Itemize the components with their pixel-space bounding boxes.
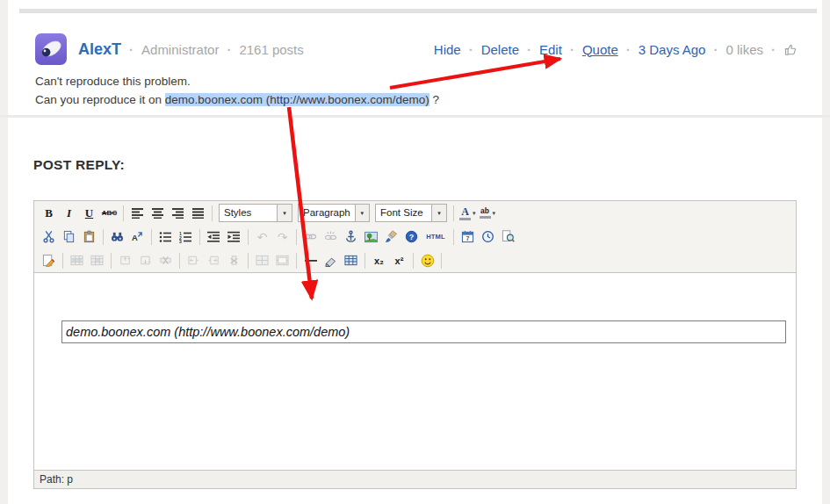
svg-text:A: A [132, 234, 138, 242]
emoticons-icon[interactable] [418, 252, 437, 270]
insert-time-icon[interactable] [479, 228, 497, 246]
strikethrough-icon[interactable]: ABC [100, 205, 119, 222]
toolbar-separator [248, 229, 249, 245]
horizontal-rule-icon[interactable] [301, 252, 320, 270]
post-actions: Hide · Delete · Edit · Quote · 3 Days Ag… [434, 42, 798, 57]
post-date-link[interactable]: 3 Days Ago [639, 42, 706, 57]
copy-icon[interactable] [60, 228, 78, 246]
post-reply-heading: POST REPLY: [33, 157, 125, 173]
svg-text:+: + [127, 256, 130, 261]
page-right-gutter [822, 0, 830, 504]
toolbar-separator [441, 253, 442, 269]
delete-row-icon [156, 252, 175, 270]
editor-content-area[interactable]: demo.boonex.com (http://www.boonex.com/d… [34, 272, 796, 470]
text-color-icon[interactable]: A ▾ [459, 206, 476, 220]
toolbar-separator [179, 253, 180, 269]
preview-icon[interactable] [499, 228, 517, 246]
svg-text:+: + [196, 257, 198, 263]
post-text: ? [429, 93, 439, 106]
italic-icon[interactable]: I [60, 205, 78, 222]
indent-icon[interactable] [225, 228, 243, 246]
paragraph-format-select[interactable]: Paragraph ▾ [298, 204, 370, 222]
quoted-text-block: demo.boonex.com (http://www.boonex.com/d… [61, 320, 786, 343]
merge-cells-icon [273, 252, 292, 270]
post-body: Can't reproduce this problem. Can you re… [35, 72, 439, 109]
page-left-gutter [0, 0, 8, 504]
styles-select-arrow[interactable]: ▾ [277, 205, 292, 221]
svg-text:7: 7 [466, 235, 470, 241]
align-center-icon[interactable] [148, 205, 167, 222]
insert-table-icon[interactable] [40, 252, 58, 270]
toolbar-separator [296, 229, 297, 245]
align-justify-icon[interactable] [189, 205, 207, 222]
post-author-role: Administrator [141, 42, 219, 57]
insert-column-after-icon: + [205, 252, 223, 270]
unlink-icon [321, 228, 340, 246]
element-path-label: Path: p [40, 473, 73, 486]
underline-icon[interactable]: U [80, 205, 98, 222]
toolbar-separator [296, 253, 297, 269]
toolbar-row-1: B I U ABC Styles ▾ Paragraph ▾ Font Size… [34, 201, 796, 225]
numbered-list-icon[interactable]: 123 [177, 228, 195, 246]
toolbar-separator [453, 229, 454, 245]
cut-icon[interactable] [40, 228, 58, 246]
edit-link[interactable]: Edit [539, 42, 562, 57]
svg-text:?: ? [409, 233, 414, 241]
html-source-icon[interactable]: HTML [422, 228, 449, 246]
meta-separator: · [129, 42, 134, 57]
paragraph-select-arrow[interactable]: ▾ [355, 205, 369, 221]
find-replace-icon[interactable]: A [128, 228, 147, 246]
post-divider [0, 115, 830, 118]
action-separator: · [626, 42, 631, 57]
post-author-name[interactable]: AlexT [78, 40, 121, 59]
post-text: Can you reproduce it on [35, 93, 165, 106]
bold-icon[interactable]: B [40, 205, 58, 222]
split-cells-icon [253, 252, 271, 270]
superscript-icon[interactable]: x² [390, 252, 408, 270]
toolbar-separator [199, 229, 200, 245]
insert-link-icon [301, 228, 320, 246]
rich-text-editor: B I U ABC Styles ▾ Paragraph ▾ Font Size… [33, 200, 797, 489]
action-separator: · [713, 42, 718, 57]
toolbar-row-2: A 123 ↶ ↷ ? HTML 7 [34, 225, 796, 248]
post-author-post-count: 2161 posts [239, 42, 303, 57]
subscript-icon[interactable]: x₂ [370, 252, 388, 270]
font-size-select-arrow[interactable]: ▾ [431, 205, 446, 221]
svg-text:+: + [208, 257, 211, 263]
insert-image-icon[interactable] [362, 228, 380, 246]
action-separator: · [469, 42, 473, 57]
user-avatar[interactable] [35, 33, 67, 65]
cleanup-icon[interactable] [382, 228, 401, 246]
toolbar-separator [111, 253, 112, 269]
toolbar-separator [453, 205, 454, 221]
find-icon[interactable] [108, 228, 126, 246]
paste-icon[interactable] [80, 228, 98, 246]
editor-status-bar: Path: p [34, 470, 796, 488]
svg-text:+: + [148, 259, 150, 264]
anchor-icon[interactable] [342, 228, 360, 246]
font-size-select[interactable]: Font Size ▾ [375, 204, 447, 222]
insert-row-before-icon: + [116, 252, 134, 270]
toolbar-separator [151, 229, 152, 245]
bullet-list-icon[interactable] [156, 228, 175, 246]
top-divider-bar [19, 9, 817, 13]
highlight-color-icon[interactable]: ab ▾ [480, 207, 496, 219]
table-cell-properties-icon [88, 252, 106, 270]
post-text-line-1: Can't reproduce this problem. [35, 72, 439, 90]
action-separator: · [570, 42, 574, 57]
delete-link[interactable]: Delete [481, 42, 519, 57]
remove-format-icon[interactable] [321, 252, 340, 270]
toolbar-separator [212, 205, 213, 221]
hide-link[interactable]: Hide [434, 42, 461, 57]
meta-separator: · [227, 42, 231, 57]
toggle-guidelines-icon[interactable] [342, 252, 360, 270]
thumbs-up-icon[interactable] [783, 42, 798, 56]
styles-select[interactable]: Styles ▾ [219, 204, 292, 222]
outdent-icon[interactable] [205, 228, 223, 246]
quote-link[interactable]: Quote [582, 42, 618, 57]
align-right-icon[interactable] [169, 205, 187, 222]
toolbar-separator [103, 229, 104, 245]
align-left-icon[interactable] [128, 205, 147, 222]
insert-date-icon[interactable]: 7 [458, 228, 477, 246]
help-icon[interactable]: ? [402, 228, 421, 246]
